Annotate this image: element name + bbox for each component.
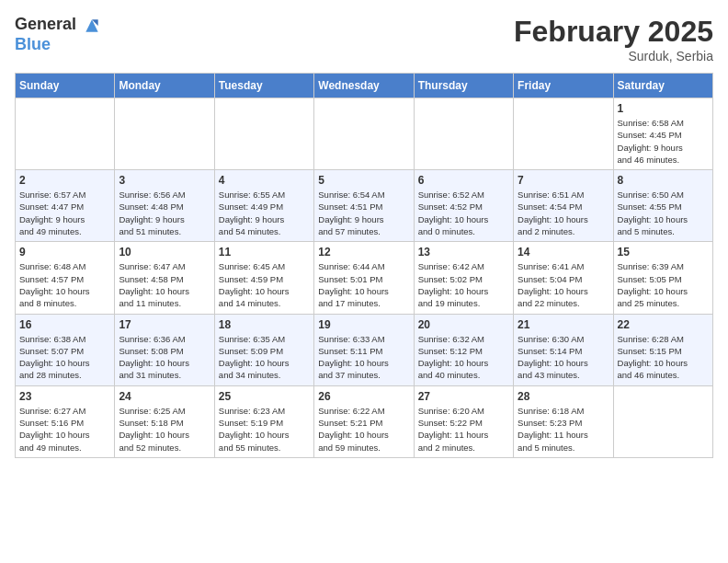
calendar-day: 9Sunrise: 6:48 AM Sunset: 4:57 PM Daylig… (16, 242, 115, 314)
day-info: Sunrise: 6:52 AM Sunset: 4:52 PM Dayligh… (418, 189, 509, 237)
day-info: Sunrise: 6:28 AM Sunset: 5:15 PM Dayligh… (618, 333, 709, 382)
day-number: 4 (219, 174, 310, 187)
day-number: 8 (618, 174, 709, 187)
calendar-day: 28Sunrise: 6:18 AM Sunset: 5:23 PM Dayli… (514, 385, 613, 457)
calendar-day: 27Sunrise: 6:20 AM Sunset: 5:22 PM Dayli… (414, 385, 513, 457)
day-info: Sunrise: 6:50 AM Sunset: 4:55 PM Dayligh… (618, 189, 709, 237)
calendar-week-3: 9Sunrise: 6:48 AM Sunset: 4:57 PM Daylig… (16, 242, 713, 314)
weekday-header-saturday: Saturday (613, 74, 712, 98)
day-number: 19 (318, 318, 409, 331)
day-number: 9 (19, 246, 110, 259)
page-header: General Blue February 2025 Surduk, Serbi… (15, 15, 713, 63)
calendar-day (514, 98, 613, 170)
day-info: Sunrise: 6:48 AM Sunset: 4:57 PM Dayligh… (19, 260, 110, 309)
day-number: 14 (518, 246, 609, 259)
calendar-day: 23Sunrise: 6:27 AM Sunset: 5:16 PM Dayli… (16, 385, 115, 457)
day-number: 27 (418, 390, 509, 403)
day-number: 10 (119, 246, 210, 259)
day-info: Sunrise: 6:18 AM Sunset: 5:23 PM Dayligh… (518, 405, 609, 454)
calendar-day: 1Sunrise: 6:58 AM Sunset: 4:45 PM Daylig… (613, 98, 712, 170)
calendar-day: 19Sunrise: 6:33 AM Sunset: 5:11 PM Dayli… (314, 314, 414, 385)
day-info: Sunrise: 6:35 AM Sunset: 5:09 PM Dayligh… (219, 333, 310, 382)
day-info: Sunrise: 6:45 AM Sunset: 4:59 PM Dayligh… (219, 260, 310, 309)
day-number: 22 (618, 318, 709, 331)
weekday-header-tuesday: Tuesday (214, 74, 313, 98)
calendar-day: 22Sunrise: 6:28 AM Sunset: 5:15 PM Dayli… (613, 314, 712, 385)
day-info: Sunrise: 6:33 AM Sunset: 5:11 PM Dayligh… (318, 333, 409, 382)
calendar-day: 17Sunrise: 6:36 AM Sunset: 5:08 PM Dayli… (115, 314, 214, 385)
calendar-day: 8Sunrise: 6:50 AM Sunset: 4:55 PM Daylig… (613, 170, 712, 242)
calendar-week-2: 2Sunrise: 6:57 AM Sunset: 4:47 PM Daylig… (16, 170, 713, 242)
calendar-week-5: 23Sunrise: 6:27 AM Sunset: 5:16 PM Dayli… (16, 385, 713, 457)
calendar-day: 3Sunrise: 6:56 AM Sunset: 4:48 PM Daylig… (115, 170, 214, 242)
weekday-header-row: SundayMondayTuesdayWednesdayThursdayFrid… (16, 74, 713, 98)
calendar-day (16, 98, 115, 170)
logo-general: General (15, 15, 76, 33)
day-number: 12 (318, 246, 409, 259)
weekday-header-sunday: Sunday (16, 74, 115, 98)
calendar-day: 11Sunrise: 6:45 AM Sunset: 4:59 PM Dayli… (214, 242, 313, 314)
day-number: 18 (219, 318, 310, 331)
day-number: 11 (219, 246, 310, 259)
day-number: 15 (618, 246, 709, 259)
logo: General Blue (15, 15, 101, 54)
calendar: SundayMondayTuesdayWednesdayThursdayFrid… (15, 73, 713, 458)
calendar-day: 13Sunrise: 6:42 AM Sunset: 5:02 PM Dayli… (414, 242, 513, 314)
day-info: Sunrise: 6:41 AM Sunset: 5:04 PM Dayligh… (518, 260, 609, 309)
day-info: Sunrise: 6:42 AM Sunset: 5:02 PM Dayligh… (418, 260, 509, 309)
day-info: Sunrise: 6:27 AM Sunset: 5:16 PM Dayligh… (19, 405, 110, 454)
calendar-day (314, 98, 414, 170)
day-number: 2 (19, 174, 110, 187)
calendar-day: 6Sunrise: 6:52 AM Sunset: 4:52 PM Daylig… (414, 170, 513, 242)
day-number: 6 (418, 174, 509, 187)
calendar-day: 4Sunrise: 6:55 AM Sunset: 4:49 PM Daylig… (214, 170, 313, 242)
location: Surduk, Serbia (514, 49, 713, 63)
day-number: 13 (418, 246, 509, 259)
calendar-day: 24Sunrise: 6:25 AM Sunset: 5:18 PM Dayli… (115, 385, 214, 457)
weekday-header-monday: Monday (115, 74, 214, 98)
calendar-day: 10Sunrise: 6:47 AM Sunset: 4:58 PM Dayli… (115, 242, 214, 314)
day-info: Sunrise: 6:47 AM Sunset: 4:58 PM Dayligh… (119, 260, 210, 309)
day-info: Sunrise: 6:56 AM Sunset: 4:48 PM Dayligh… (119, 189, 210, 237)
day-number: 25 (219, 390, 310, 403)
calendar-day: 7Sunrise: 6:51 AM Sunset: 4:54 PM Daylig… (514, 170, 613, 242)
day-info: Sunrise: 6:36 AM Sunset: 5:08 PM Dayligh… (119, 333, 210, 382)
calendar-week-4: 16Sunrise: 6:38 AM Sunset: 5:07 PM Dayli… (16, 314, 713, 385)
day-info: Sunrise: 6:58 AM Sunset: 4:45 PM Dayligh… (618, 117, 709, 166)
day-number: 21 (518, 318, 609, 331)
day-info: Sunrise: 6:38 AM Sunset: 5:07 PM Dayligh… (19, 333, 110, 382)
day-info: Sunrise: 6:23 AM Sunset: 5:19 PM Dayligh… (219, 405, 310, 454)
month-title: February 2025 (514, 15, 713, 49)
day-info: Sunrise: 6:22 AM Sunset: 5:21 PM Dayligh… (318, 405, 409, 454)
day-number: 28 (518, 390, 609, 403)
calendar-day: 16Sunrise: 6:38 AM Sunset: 5:07 PM Dayli… (16, 314, 115, 385)
calendar-day (613, 385, 712, 457)
logo-blue: Blue (15, 35, 51, 53)
calendar-day: 25Sunrise: 6:23 AM Sunset: 5:19 PM Dayli… (214, 385, 313, 457)
calendar-day: 2Sunrise: 6:57 AM Sunset: 4:47 PM Daylig… (16, 170, 115, 242)
day-info: Sunrise: 6:32 AM Sunset: 5:12 PM Dayligh… (418, 333, 509, 382)
weekday-header-wednesday: Wednesday (314, 74, 414, 98)
day-number: 24 (119, 390, 210, 403)
day-number: 16 (19, 318, 110, 331)
calendar-day: 21Sunrise: 6:30 AM Sunset: 5:14 PM Dayli… (514, 314, 613, 385)
calendar-day: 15Sunrise: 6:39 AM Sunset: 5:05 PM Dayli… (613, 242, 712, 314)
day-info: Sunrise: 6:30 AM Sunset: 5:14 PM Dayligh… (518, 333, 609, 382)
day-info: Sunrise: 6:25 AM Sunset: 5:18 PM Dayligh… (119, 405, 210, 454)
day-info: Sunrise: 6:44 AM Sunset: 5:01 PM Dayligh… (318, 260, 409, 309)
day-info: Sunrise: 6:51 AM Sunset: 4:54 PM Dayligh… (518, 189, 609, 237)
calendar-day: 5Sunrise: 6:54 AM Sunset: 4:51 PM Daylig… (314, 170, 414, 242)
day-number: 5 (318, 174, 409, 187)
weekday-header-thursday: Thursday (414, 74, 513, 98)
title-block: February 2025 Surduk, Serbia (514, 15, 713, 63)
day-info: Sunrise: 6:54 AM Sunset: 4:51 PM Dayligh… (318, 189, 409, 237)
logo-text: General Blue (15, 15, 101, 54)
day-info: Sunrise: 6:20 AM Sunset: 5:22 PM Dayligh… (418, 405, 509, 454)
day-number: 7 (518, 174, 609, 187)
day-number: 17 (119, 318, 210, 331)
calendar-day: 20Sunrise: 6:32 AM Sunset: 5:12 PM Dayli… (414, 314, 513, 385)
day-info: Sunrise: 6:57 AM Sunset: 4:47 PM Dayligh… (19, 189, 110, 237)
weekday-header-friday: Friday (514, 74, 613, 98)
calendar-day (414, 98, 513, 170)
calendar-day (115, 98, 214, 170)
